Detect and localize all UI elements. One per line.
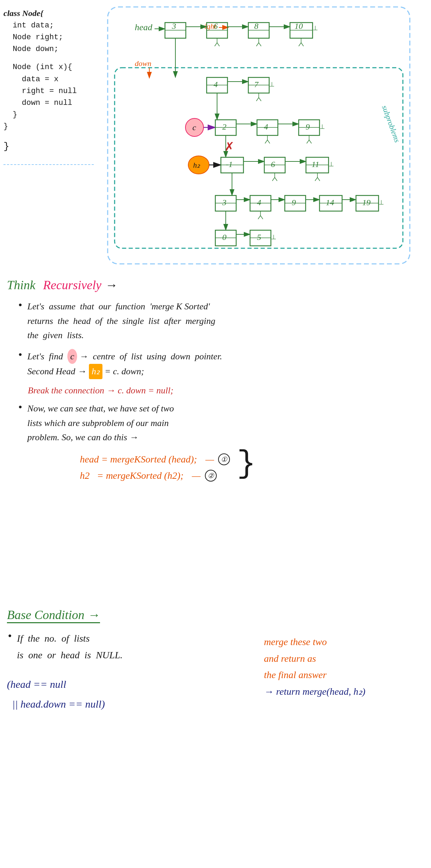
base-content: • If the no. of lists is one or head is … bbox=[7, 630, 424, 714]
svg-text:3: 3 bbox=[222, 198, 226, 207]
code-constructor: Node (int x){ bbox=[3, 61, 101, 73]
base-title: Base Condition → bbox=[7, 608, 100, 623]
code-close1: } bbox=[3, 109, 101, 121]
dashed-divider bbox=[3, 164, 94, 165]
merge-note: merge these two and return as the final … bbox=[264, 634, 424, 700]
diagram-area: head right down subproblems 3 6 bbox=[97, 5, 424, 269]
base-left: • If the no. of lists is one or head is … bbox=[7, 630, 250, 714]
svg-text:4: 4 bbox=[264, 122, 268, 131]
bullet-text-2: Let's find c → centre of list using down… bbox=[27, 349, 424, 379]
code-class-line: class Node{ bbox=[3, 7, 101, 20]
svg-text:⊥: ⊥ bbox=[271, 234, 276, 241]
final-code: (head == null || head.down == null) bbox=[7, 674, 250, 714]
svg-text:5: 5 bbox=[257, 233, 261, 242]
code-node-down: Node down; bbox=[3, 43, 101, 55]
code-int-data: int data; bbox=[3, 20, 101, 32]
svg-text:11: 11 bbox=[312, 160, 319, 169]
eq-line-2: h2 = mergeKSorted (h2); — ② bbox=[80, 467, 230, 484]
svg-text:-1: -1 bbox=[226, 160, 233, 169]
svg-line-87 bbox=[317, 177, 320, 181]
code-close2: } bbox=[3, 121, 101, 133]
bullet-item-2: • Let's find c → centre of list using do… bbox=[17, 349, 424, 379]
svg-line-84 bbox=[275, 177, 277, 181]
svg-line-83 bbox=[272, 177, 275, 181]
svg-line-42 bbox=[259, 98, 261, 101]
equations-block: head = mergeKSorted (head); — ① h2 = mer… bbox=[80, 451, 424, 484]
svg-line-27 bbox=[259, 43, 261, 46]
code-data-assign: data = x bbox=[3, 74, 101, 85]
svg-text:⊥: ⊥ bbox=[379, 199, 384, 206]
think-label: Think bbox=[7, 278, 35, 292]
svg-text:10: 10 bbox=[295, 22, 303, 31]
code-node-right: Node right; bbox=[3, 32, 101, 43]
svg-line-30 bbox=[301, 43, 304, 46]
bullet-item-1: • Let's assume that our function 'merge … bbox=[17, 299, 424, 343]
svg-text:⊥: ⊥ bbox=[329, 161, 334, 168]
think-arrow: → bbox=[105, 278, 117, 292]
break-connection-text: Break the connection → c. down = null; bbox=[28, 385, 424, 396]
svg-line-24 bbox=[217, 43, 219, 46]
c-highlight: c bbox=[67, 349, 77, 364]
subproblems-label: subproblems bbox=[380, 104, 402, 143]
svg-line-29 bbox=[299, 43, 301, 46]
svg-line-118 bbox=[258, 216, 260, 219]
think-title: Think Recursively → bbox=[7, 278, 424, 292]
circle-2: ② bbox=[205, 470, 217, 482]
svg-text:4: 4 bbox=[214, 80, 218, 89]
bullet-dot-2: • bbox=[17, 350, 23, 360]
code-section: class Node{ int data; Node right; Node d… bbox=[3, 7, 101, 165]
svg-line-119 bbox=[260, 216, 263, 219]
base-right: merge these two and return as the final … bbox=[264, 630, 424, 714]
eq-line-1: head = mergeKSorted (head); — ① bbox=[80, 451, 230, 468]
svg-text:6: 6 bbox=[214, 22, 218, 31]
linked-list-diagram: head right down subproblems 3 6 bbox=[97, 5, 424, 269]
svg-text:h₂: h₂ bbox=[193, 161, 200, 169]
circle-1: ① bbox=[218, 453, 230, 465]
svg-text:4: 4 bbox=[257, 198, 261, 207]
svg-text:⊥: ⊥ bbox=[320, 123, 325, 130]
bullet-section: • Let's assume that our function 'merge … bbox=[17, 299, 424, 484]
svg-line-23 bbox=[215, 43, 217, 46]
svg-text:19: 19 bbox=[362, 198, 371, 207]
svg-line-64 bbox=[307, 140, 309, 143]
bullet-text-1: Let's assume that our function 'merge K … bbox=[27, 299, 424, 343]
svg-line-41 bbox=[256, 98, 259, 101]
page: class Node{ int data; Node right; Node d… bbox=[0, 0, 431, 868]
head-label: head bbox=[135, 22, 153, 32]
bullet-dot-3: • bbox=[17, 402, 23, 413]
svg-text:8: 8 bbox=[254, 22, 258, 31]
svg-text:6: 6 bbox=[271, 160, 275, 169]
base-section: Base Condition → • If the no. of lists i… bbox=[7, 608, 424, 714]
svg-line-86 bbox=[315, 177, 317, 181]
svg-text:14: 14 bbox=[326, 198, 334, 207]
code-close3: } bbox=[3, 139, 101, 154]
svg-text:9: 9 bbox=[292, 198, 296, 207]
bullet-text-3: Now, we can see that, we have set of two… bbox=[27, 401, 424, 445]
svg-line-65 bbox=[309, 140, 312, 143]
svg-text:2: 2 bbox=[222, 122, 226, 131]
curly-brace: } bbox=[237, 452, 256, 476]
svg-text:3: 3 bbox=[172, 22, 176, 31]
bullet-item-3: • Now, we can see that, we have set of t… bbox=[17, 401, 424, 445]
svg-text:7: 7 bbox=[254, 80, 259, 89]
code-right-null: right = null bbox=[3, 85, 101, 97]
svg-text:⊥: ⊥ bbox=[269, 81, 275, 88]
think-section: Think Recursively → • Let's assume that … bbox=[7, 278, 424, 490]
svg-text:c: c bbox=[192, 123, 196, 132]
svg-text:⊥: ⊥ bbox=[313, 25, 318, 32]
h2-highlight: h₂ bbox=[89, 364, 102, 379]
recursively-label: Recursively bbox=[43, 278, 101, 292]
svg-line-61 bbox=[265, 140, 267, 143]
base-bullet-dot: • bbox=[7, 631, 13, 642]
svg-line-62 bbox=[267, 140, 270, 143]
svg-text:0: 0 bbox=[222, 233, 226, 242]
base-bullet-item: • If the no. of lists is one or head is … bbox=[7, 630, 250, 667]
base-bullet-text: If the no. of lists is one or head is NU… bbox=[17, 630, 123, 663]
svg-line-26 bbox=[256, 43, 259, 46]
code-down-null: down = null bbox=[3, 97, 101, 109]
down-label: down bbox=[135, 59, 151, 68]
bullet-dot-1: • bbox=[17, 300, 23, 311]
svg-text:9: 9 bbox=[306, 122, 310, 131]
